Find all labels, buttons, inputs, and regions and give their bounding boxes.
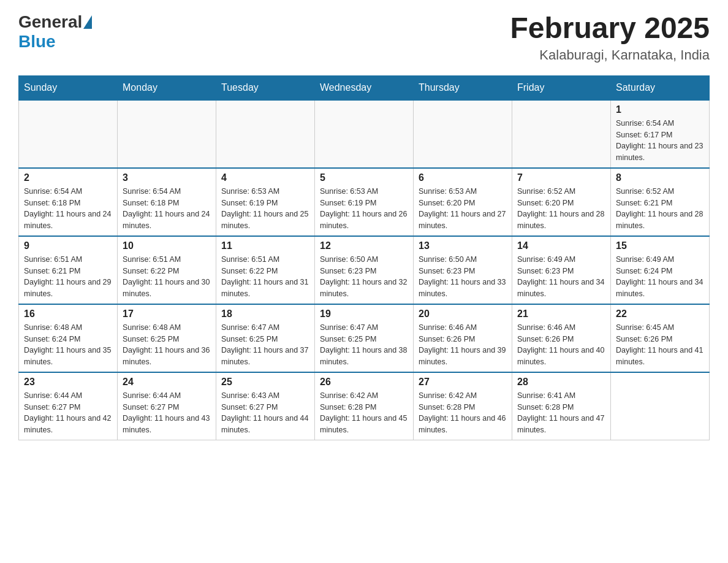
day-info: Sunrise: 6:53 AMSunset: 6:19 PMDaylight:… xyxy=(221,186,309,232)
day-number: 24 xyxy=(123,377,211,388)
day-info: Sunrise: 6:44 AMSunset: 6:27 PMDaylight:… xyxy=(123,390,211,436)
calendar-cell-week5-day4: 26Sunrise: 6:42 AMSunset: 6:28 PMDayligh… xyxy=(315,372,414,440)
header-monday: Monday xyxy=(118,75,216,100)
day-info: Sunrise: 6:49 AMSunset: 6:24 PMDaylight:… xyxy=(616,254,704,300)
calendar-cell-week3-day2: 10Sunrise: 6:51 AMSunset: 6:22 PMDayligh… xyxy=(118,236,216,304)
header-thursday: Thursday xyxy=(414,75,512,100)
day-number: 21 xyxy=(517,308,605,320)
calendar-cell-week4-day4: 19Sunrise: 6:47 AMSunset: 6:25 PMDayligh… xyxy=(315,304,414,372)
day-info: Sunrise: 6:41 AMSunset: 6:28 PMDaylight:… xyxy=(517,390,605,436)
day-info: Sunrise: 6:47 AMSunset: 6:25 PMDaylight:… xyxy=(320,322,408,368)
calendar-cell-week4-day2: 17Sunrise: 6:48 AMSunset: 6:25 PMDayligh… xyxy=(118,304,216,372)
calendar-cell-week5-day3: 25Sunrise: 6:43 AMSunset: 6:27 PMDayligh… xyxy=(216,372,315,440)
calendar-week-1: 1Sunrise: 6:54 AMSunset: 6:17 PMDaylight… xyxy=(19,100,710,168)
day-info: Sunrise: 6:44 AMSunset: 6:27 PMDaylight:… xyxy=(24,390,112,436)
calendar-cell-week3-day4: 12Sunrise: 6:50 AMSunset: 6:23 PMDayligh… xyxy=(315,236,414,304)
header-sunday: Sunday xyxy=(19,75,118,100)
calendar-cell-week1-day6 xyxy=(512,100,611,168)
calendar-cell-week4-day7: 22Sunrise: 6:45 AMSunset: 6:26 PMDayligh… xyxy=(611,304,710,372)
day-info: Sunrise: 6:50 AMSunset: 6:23 PMDaylight:… xyxy=(320,254,408,300)
calendar-cell-week3-day5: 13Sunrise: 6:50 AMSunset: 6:23 PMDayligh… xyxy=(414,236,512,304)
day-info: Sunrise: 6:50 AMSunset: 6:23 PMDaylight:… xyxy=(419,254,507,300)
day-number: 27 xyxy=(419,377,507,388)
day-info: Sunrise: 6:51 AMSunset: 6:22 PMDaylight:… xyxy=(123,254,211,300)
calendar-cell-week1-day1 xyxy=(19,100,118,168)
calendar-table: Sunday Monday Tuesday Wednesday Thursday… xyxy=(18,75,710,440)
day-info: Sunrise: 6:46 AMSunset: 6:26 PMDaylight:… xyxy=(517,322,605,368)
day-info: Sunrise: 6:47 AMSunset: 6:25 PMDaylight:… xyxy=(221,322,309,368)
day-number: 10 xyxy=(123,240,211,251)
day-number: 14 xyxy=(517,240,605,251)
calendar-cell-week1-day3 xyxy=(216,100,315,168)
header-saturday: Saturday xyxy=(611,75,710,100)
day-info: Sunrise: 6:54 AMSunset: 6:18 PMDaylight:… xyxy=(123,186,211,232)
header-tuesday: Tuesday xyxy=(216,75,315,100)
day-number: 1 xyxy=(616,104,704,115)
day-info: Sunrise: 6:48 AMSunset: 6:25 PMDaylight:… xyxy=(123,322,211,368)
calendar-cell-week5-day5: 27Sunrise: 6:42 AMSunset: 6:28 PMDayligh… xyxy=(414,372,512,440)
calendar-cell-week5-day7 xyxy=(611,372,710,440)
location-title: Kalaburagi, Karnataka, India xyxy=(510,47,710,63)
calendar-cell-week2-day5: 6Sunrise: 6:53 AMSunset: 6:20 PMDaylight… xyxy=(414,168,512,236)
day-info: Sunrise: 6:53 AMSunset: 6:19 PMDaylight:… xyxy=(320,186,408,232)
calendar-cell-week4-day5: 20Sunrise: 6:46 AMSunset: 6:26 PMDayligh… xyxy=(414,304,512,372)
calendar-header-row: Sunday Monday Tuesday Wednesday Thursday… xyxy=(19,75,710,100)
day-info: Sunrise: 6:51 AMSunset: 6:21 PMDaylight:… xyxy=(24,254,112,300)
day-number: 22 xyxy=(616,308,704,320)
calendar-cell-week2-day1: 2Sunrise: 6:54 AMSunset: 6:18 PMDaylight… xyxy=(19,168,118,236)
day-number: 25 xyxy=(221,377,309,388)
calendar-week-5: 23Sunrise: 6:44 AMSunset: 6:27 PMDayligh… xyxy=(19,372,710,440)
day-number: 6 xyxy=(419,172,507,183)
logo-triangle-icon xyxy=(83,15,92,29)
day-number: 23 xyxy=(24,377,112,388)
day-info: Sunrise: 6:42 AMSunset: 6:28 PMDaylight:… xyxy=(320,390,408,436)
calendar-cell-week3-day6: 14Sunrise: 6:49 AMSunset: 6:23 PMDayligh… xyxy=(512,236,611,304)
calendar-cell-week2-day3: 4Sunrise: 6:53 AMSunset: 6:19 PMDaylight… xyxy=(216,168,315,236)
logo-blue-text: Blue xyxy=(18,32,56,51)
day-number: 13 xyxy=(419,240,507,251)
day-info: Sunrise: 6:54 AMSunset: 6:18 PMDaylight:… xyxy=(24,186,112,232)
day-number: 19 xyxy=(320,308,408,320)
calendar-week-2: 2Sunrise: 6:54 AMSunset: 6:18 PMDaylight… xyxy=(19,168,710,236)
day-number: 17 xyxy=(123,308,211,320)
logo-area: General Blue xyxy=(18,12,93,52)
title-area: February 2025 Kalaburagi, Karnataka, Ind… xyxy=(510,12,710,63)
day-info: Sunrise: 6:51 AMSunset: 6:22 PMDaylight:… xyxy=(221,254,309,300)
day-number: 16 xyxy=(24,308,112,320)
calendar-cell-week4-day1: 16Sunrise: 6:48 AMSunset: 6:24 PMDayligh… xyxy=(19,304,118,372)
calendar-cell-week4-day6: 21Sunrise: 6:46 AMSunset: 6:26 PMDayligh… xyxy=(512,304,611,372)
day-number: 26 xyxy=(320,377,408,388)
day-number: 8 xyxy=(616,172,704,183)
calendar-week-4: 16Sunrise: 6:48 AMSunset: 6:24 PMDayligh… xyxy=(19,304,710,372)
calendar-cell-week5-day2: 24Sunrise: 6:44 AMSunset: 6:27 PMDayligh… xyxy=(118,372,216,440)
day-info: Sunrise: 6:52 AMSunset: 6:21 PMDaylight:… xyxy=(616,186,704,232)
day-number: 4 xyxy=(221,172,309,183)
calendar-week-3: 9Sunrise: 6:51 AMSunset: 6:21 PMDaylight… xyxy=(19,236,710,304)
page-header: General Blue February 2025 Kalaburagi, K… xyxy=(18,12,710,63)
calendar-cell-week2-day6: 7Sunrise: 6:52 AMSunset: 6:20 PMDaylight… xyxy=(512,168,611,236)
day-info: Sunrise: 6:46 AMSunset: 6:26 PMDaylight:… xyxy=(419,322,507,368)
header-wednesday: Wednesday xyxy=(315,75,414,100)
calendar-cell-week5-day1: 23Sunrise: 6:44 AMSunset: 6:27 PMDayligh… xyxy=(19,372,118,440)
day-info: Sunrise: 6:52 AMSunset: 6:20 PMDaylight:… xyxy=(517,186,605,232)
day-number: 2 xyxy=(24,172,112,183)
logo: General xyxy=(18,12,93,32)
month-title: February 2025 xyxy=(510,12,710,45)
day-number: 9 xyxy=(24,240,112,251)
day-info: Sunrise: 6:54 AMSunset: 6:17 PMDaylight:… xyxy=(616,118,704,164)
day-info: Sunrise: 6:49 AMSunset: 6:23 PMDaylight:… xyxy=(517,254,605,300)
day-number: 20 xyxy=(419,308,507,320)
day-number: 11 xyxy=(221,240,309,251)
calendar-cell-week1-day7: 1Sunrise: 6:54 AMSunset: 6:17 PMDaylight… xyxy=(611,100,710,168)
day-number: 28 xyxy=(517,377,605,388)
day-info: Sunrise: 6:48 AMSunset: 6:24 PMDaylight:… xyxy=(24,322,112,368)
day-info: Sunrise: 6:43 AMSunset: 6:27 PMDaylight:… xyxy=(221,390,309,436)
day-number: 15 xyxy=(616,240,704,251)
calendar-cell-week1-day2 xyxy=(118,100,216,168)
calendar-cell-week1-day4 xyxy=(315,100,414,168)
calendar-cell-week3-day7: 15Sunrise: 6:49 AMSunset: 6:24 PMDayligh… xyxy=(611,236,710,304)
day-info: Sunrise: 6:42 AMSunset: 6:28 PMDaylight:… xyxy=(419,390,507,436)
day-info: Sunrise: 6:53 AMSunset: 6:20 PMDaylight:… xyxy=(419,186,507,232)
calendar-cell-week1-day5 xyxy=(414,100,512,168)
day-number: 12 xyxy=(320,240,408,251)
